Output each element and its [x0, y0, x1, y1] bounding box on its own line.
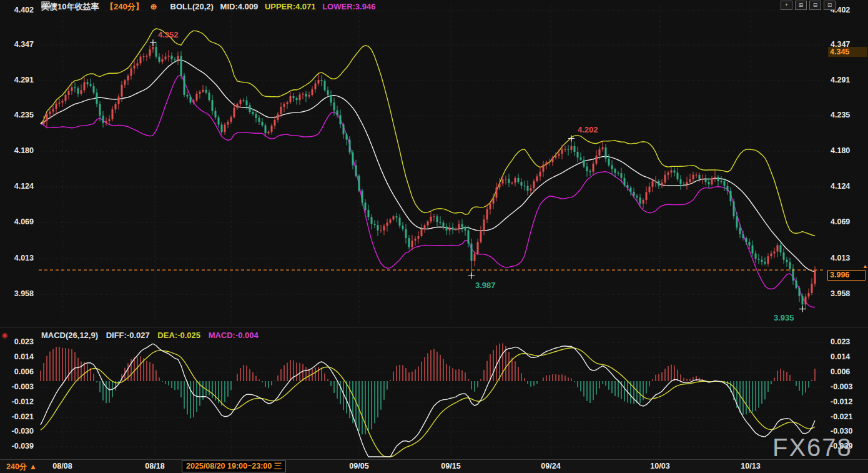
candle-body: [49, 112, 51, 114]
candle-body: [792, 269, 794, 281]
candle-body: [496, 187, 498, 197]
candle-body: [627, 185, 629, 187]
candle-body: [471, 244, 473, 261]
candle-body: [633, 192, 635, 196]
candle-body: [774, 251, 776, 253]
candle-body: [102, 116, 104, 123]
candle-body: [249, 105, 251, 112]
candle-body: [552, 157, 554, 162]
boll-mid-line: [41, 60, 815, 272]
candle-body: [733, 201, 735, 216]
axis-tick-label: 3.958: [831, 289, 850, 298]
candle-body: [215, 111, 217, 117]
candle-body: [415, 239, 417, 241]
price-extreme-label: 4.202: [578, 125, 598, 134]
candle-body: [177, 56, 179, 60]
candle-body: [71, 87, 73, 91]
zoom-in-icon[interactable]: ⊞: [795, 1, 807, 10]
candle-body: [624, 178, 626, 185]
candle-body: [771, 254, 772, 257]
candle-body: [81, 90, 82, 94]
candle-body: [380, 231, 382, 231]
price-extreme-label: 3.935: [774, 313, 794, 322]
candle-body: [505, 179, 507, 179]
axis-tick-label: 0.023: [831, 337, 850, 346]
candle-body: [84, 82, 86, 91]
candle-body: [152, 47, 154, 49]
boll-upper-value: UPPER:4.071: [265, 2, 316, 11]
candle-body: [777, 245, 779, 251]
bottom-period-label[interactable]: 240分: [6, 462, 27, 471]
candle-body: [352, 152, 354, 165]
candle-body: [90, 84, 92, 86]
boll-lower-value: LOWER:3.946: [322, 2, 375, 11]
candle-body: [287, 102, 289, 104]
candle-body: [368, 210, 370, 217]
candle-body: [668, 172, 669, 175]
candle-body: [764, 262, 766, 264]
axis-tick-label: 4.402: [14, 6, 34, 14]
candle-body: [805, 297, 807, 305]
candle-body: [568, 149, 570, 150]
candle-body: [483, 219, 485, 231]
axis-tick-label: 4.235: [14, 111, 34, 119]
candle-body: [508, 179, 510, 183]
candle-body: [540, 172, 541, 177]
candle-body: [284, 104, 285, 107]
axis-tick-label: 0.006: [14, 367, 34, 376]
candle-body: [593, 164, 594, 172]
zoom-out-icon[interactable]: ⊟: [809, 1, 821, 10]
candle-body: [106, 121, 107, 123]
candle-body: [118, 97, 120, 104]
candle-body: [59, 102, 61, 104]
candle-body: [305, 94, 307, 97]
axis-tick-label: 4.291: [831, 76, 850, 84]
candle-body: [530, 188, 532, 191]
axis-tick-label: 4.013: [14, 254, 34, 262]
candle-body: [661, 182, 663, 186]
macd-marker-icon[interactable]: ◉: [2, 331, 8, 339]
candle-body: [652, 181, 654, 187]
time-axis-bar: 240分 ▲ 2025/08/20 19:00~23:00 三 08/0808/…: [0, 459, 868, 473]
candle-body: [443, 222, 445, 226]
boll-indicator-label[interactable]: BOLL(20,2): [170, 2, 214, 11]
candle-body: [702, 179, 704, 180]
candle-body: [730, 191, 732, 201]
candle-body: [393, 216, 395, 219]
candle-body: [127, 76, 129, 80]
candle-body: [614, 169, 616, 173]
candle-body: [302, 94, 304, 95]
boll-mid-value: MID:4.009: [220, 2, 259, 11]
candle-body: [277, 114, 279, 120]
axis-tick-label: 4.180: [14, 146, 34, 155]
period-badge[interactable]: 【240分】: [106, 2, 144, 11]
bottom-period-arrow-icon[interactable]: ▲: [29, 462, 37, 471]
candle-body: [711, 178, 713, 184]
candle-body: [168, 56, 170, 57]
main-price-chart[interactable]: 4.3524.2023.9873.935: [0, 0, 868, 328]
axis-tick-label: 0.014: [14, 352, 34, 361]
candle-body: [586, 166, 588, 171]
price-extreme-label: 4.352: [158, 30, 179, 39]
candle-body: [62, 101, 64, 103]
restore-view-icon[interactable]: ⊡: [824, 1, 836, 10]
candle-body: [131, 69, 132, 76]
candle-body: [746, 238, 747, 242]
candle-body: [602, 147, 604, 149]
candle-body: [193, 101, 195, 103]
x-axis-tick-label: 10/13: [741, 462, 760, 471]
candle-body: [333, 102, 335, 110]
macd-indicator-label[interactable]: MACD(26,12,9): [41, 331, 98, 340]
candle-body: [109, 119, 111, 121]
candle-body: [274, 120, 276, 126]
candle-body: [318, 80, 320, 84]
candle-body: [396, 216, 398, 217]
add-indicator-icon[interactable]: ⊕: [150, 2, 157, 11]
candle-body: [605, 147, 607, 159]
candle-body: [655, 181, 657, 182]
candle-body: [96, 92, 98, 104]
macd-indicator-chart[interactable]: [0, 327, 868, 459]
candle-body: [546, 162, 548, 164]
candle-body: [349, 140, 351, 152]
pan-tool-icon[interactable]: +: [781, 1, 792, 10]
